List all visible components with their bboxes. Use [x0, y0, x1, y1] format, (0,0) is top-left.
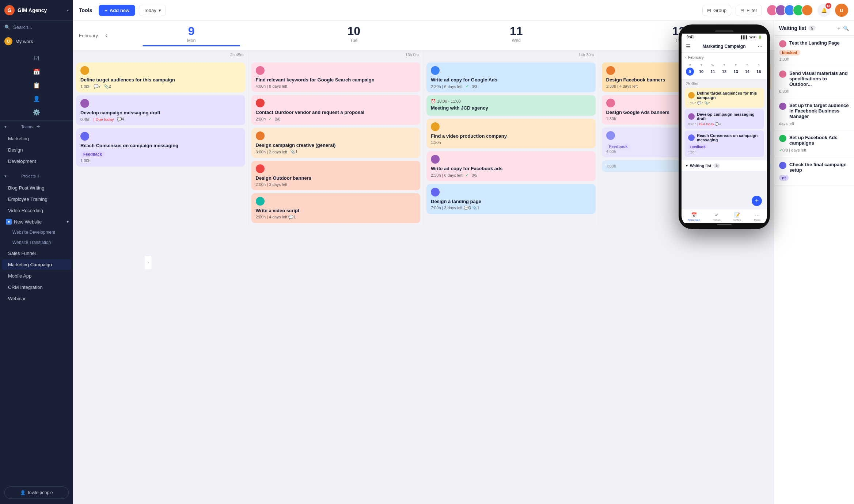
tool-checkmark[interactable]: ☑ — [0, 52, 73, 65]
teams-section[interactable]: ▾ Teams + — [0, 121, 73, 133]
sidebar-item-design[interactable]: Design — [2, 145, 71, 155]
more-icon[interactable]: ⋯ — [758, 43, 763, 49]
card-title: Reach Consensus on campaign messaging — [80, 143, 241, 148]
wl-item[interactable]: Test the Landing Page blocked 1:30h — [774, 36, 854, 66]
sidebar-item-new-website[interactable]: ■ New Website ▾ — [0, 216, 73, 227]
search-icon[interactable]: 🔍 — [843, 26, 849, 31]
tool-list[interactable]: 📋 — [0, 79, 73, 92]
card-title: Write ad copy for Facebook ads — [431, 166, 591, 171]
tool-calendar[interactable]: 📅 — [0, 65, 73, 78]
phone-fab-button[interactable]: + — [752, 196, 762, 206]
feedback-tag: Feedback — [80, 151, 105, 157]
user-avatar[interactable]: U — [835, 4, 848, 17]
day-col-tue: 13h 0m Find relevant keywords for Google… — [248, 50, 424, 226]
avatar — [779, 103, 786, 110]
phone-day-th[interactable]: T 12 — [719, 64, 729, 76]
day-col-wed: 14h 30m Write ad copy for Google Ads 2:3… — [424, 50, 599, 226]
team-avatars[interactable] — [766, 4, 813, 16]
task-card[interactable]: Find a video production company 1:30h — [426, 119, 596, 148]
sidebar-header[interactable]: G GIM Agency ▾ — [0, 0, 73, 21]
wl-item[interactable]: Set up Facebook Ads campaigns ✓0/9 | day… — [774, 130, 854, 157]
chevron-down-icon: ▾ — [686, 164, 688, 168]
topbar: Tools + Add new Today ▾ ⊞ Group ⊟ Filter — [73, 0, 854, 21]
sidebar-item-blog-post-writing[interactable]: Blog Post Writing — [2, 183, 71, 193]
task-card[interactable]: Define target audiences for this campaig… — [76, 62, 245, 92]
my-work-item[interactable]: U My work — [0, 34, 73, 49]
task-card[interactable]: Contact Ourdoor vendor and request a pro… — [251, 95, 421, 125]
projects-section[interactable]: ▾ Projects + — [0, 170, 73, 182]
tool-settings[interactable]: ⚙️ — [0, 106, 73, 119]
phone-tab-notes[interactable]: 📝 Notes — [733, 212, 741, 222]
hamburger-icon[interactable]: ☰ — [686, 43, 691, 49]
notes-label: Notes — [733, 218, 741, 222]
sidebar-item-crm-integration[interactable]: CRM Integration — [2, 282, 71, 293]
task-card[interactable]: Design campaign creative (general) 3:00h… — [251, 128, 421, 158]
sidebar-item-webinar[interactable]: Webinar — [2, 293, 71, 304]
task-card[interactable]: ⏰ 10:00 - 11:00 Meeting with JCD agency — [426, 95, 596, 116]
task-card[interactable]: Write ad copy for Facebook ads 2:30h | 6… — [426, 151, 596, 181]
phone-day-s2[interactable]: S 15 — [754, 64, 764, 76]
tasks-label: Tasks — [713, 218, 720, 222]
search-bar[interactable]: 🔍 Search... — [0, 21, 73, 34]
sidebar-item-mobile-app[interactable]: Mobile App — [2, 271, 71, 281]
plus-icon[interactable]: + — [837, 26, 840, 31]
prev-icon[interactable]: ‹ — [685, 55, 687, 60]
wl-item[interactable]: Set up the target audience in Facebook B… — [774, 98, 854, 130]
phone-day-t[interactable]: T 10 — [696, 64, 706, 76]
phone-notch-area — [682, 27, 767, 34]
sidebar-item-marketing[interactable]: Marketing — [2, 133, 71, 144]
sidebar-item-development[interactable]: Development — [2, 156, 71, 167]
notification-button[interactable]: 🔔 12 — [817, 4, 831, 17]
add-new-button[interactable]: + Add new — [99, 5, 135, 16]
avatar-5[interactable] — [801, 4, 813, 16]
sidebar-item-sales-funnel[interactable]: Sales Funnel — [2, 248, 71, 259]
chevron-right-icon: › — [148, 260, 149, 264]
phone-month: February — [688, 56, 704, 60]
phone-tab-tasks[interactable]: ✔ Tasks — [713, 212, 720, 222]
phone-card-1[interactable]: Define target audiences for this campaig… — [684, 88, 764, 108]
day-header-tue: 10 Tue — [273, 24, 435, 46]
task-card[interactable]: Reach Consensus on campaign messaging Fe… — [76, 128, 245, 167]
phone-day-m[interactable]: M 9 — [684, 64, 695, 76]
sidebar-item-website-development[interactable]: Website Development — [2, 228, 71, 237]
phone-tab-more[interactable]: ⋯ More — [754, 212, 760, 222]
card-title: Find a video production company — [431, 133, 591, 139]
sidebar-item-employee-training[interactable]: Employee Training — [2, 194, 71, 205]
sidebar-item-marketing-campaign[interactable]: Marketing Campaign — [2, 259, 71, 270]
invite-people-button[interactable]: 👤 Invite people — [4, 486, 69, 499]
app-logo: G — [4, 5, 15, 15]
task-card[interactable]: Design a landing page 7:00h | 3 days lef… — [426, 184, 596, 214]
sidebar-item-website-translation[interactable]: Website Translation — [2, 238, 71, 247]
task-card[interactable]: Find relevant keywords for Google Search… — [251, 62, 421, 92]
filter-button[interactable]: ⊟ Filter — [736, 5, 762, 16]
wl-card-meta: 1:30h — [779, 57, 849, 61]
avatar — [256, 99, 265, 107]
phone-card-2[interactable]: Develop campaign messaging draft 0:45h |… — [684, 109, 764, 129]
prev-button[interactable]: ‹ — [102, 31, 110, 40]
task-card[interactable]: Write ad copy for Google Ads 2:30h | 6 d… — [426, 62, 596, 92]
phone-day-letter: F — [730, 64, 741, 67]
sidebar-expand-button[interactable]: › — [145, 255, 152, 270]
phone-card-3[interactable]: Reach Consensus on campaign messaging Fe… — [684, 130, 764, 157]
phone-tab-schedule[interactable]: 📅 Schedule — [688, 212, 700, 222]
phone-day-s1[interactable]: S 14 — [742, 64, 752, 76]
phone-day-w[interactable]: W 11 — [707, 64, 718, 76]
day-header-mon: 9 Mon — [110, 24, 273, 46]
sidebar-item-video-recording[interactable]: Video Recording — [2, 205, 71, 216]
add-project-button[interactable]: + — [37, 173, 69, 179]
wl-card-title: Set up the target audience in Facebook B… — [779, 103, 849, 119]
task-card[interactable]: Design Outdoor banners 2:00h | 3 days le… — [251, 161, 421, 190]
task-card[interactable]: Develop campaign messaging draft 0:45h |… — [76, 95, 245, 125]
wl-item[interactable]: Send visual materials and specifications… — [774, 66, 854, 98]
group-button[interactable]: ⊞ Group — [702, 5, 731, 16]
task-card[interactable]: Write a video script 2:00h | 4 days left… — [251, 193, 421, 223]
today-button[interactable]: Today ▾ — [139, 5, 166, 16]
wl-item[interactable]: Check the final campaign setup nt — [774, 157, 854, 186]
wl-actions[interactable]: + 🔍 — [837, 26, 849, 31]
add-team-button[interactable]: + — [37, 123, 69, 130]
avatar — [256, 131, 265, 140]
filter-label: Filter — [747, 8, 757, 13]
avatar — [80, 99, 89, 108]
tool-person[interactable]: 👤 — [0, 92, 73, 105]
phone-day-f[interactable]: F 13 — [730, 64, 741, 76]
